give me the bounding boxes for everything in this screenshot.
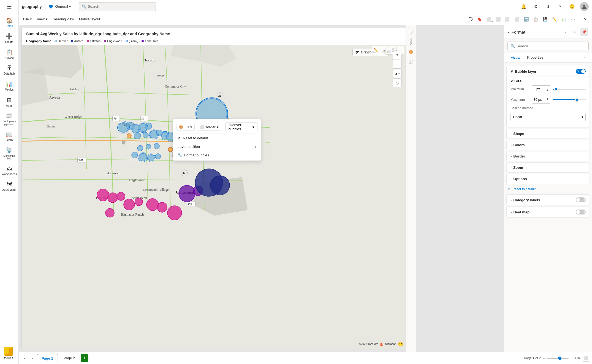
notifications-button[interactable]: 🔔: [519, 2, 528, 11]
reading-view-button[interactable]: Reading view: [50, 15, 76, 24]
border-header[interactable]: › Border: [507, 151, 590, 161]
smiley-icon[interactable]: 🙂: [398, 341, 403, 347]
copy-button[interactable]: 📋: [531, 15, 540, 24]
sidebar-item-apps[interactable]: ⊞ Apps: [1, 94, 18, 109]
focus-button[interactable]: ⬜: [512, 15, 521, 24]
format-icon[interactable]: 🎨: [407, 48, 416, 56]
format-tab-more[interactable]: ⋯: [583, 53, 589, 62]
zoom-out-button[interactable]: −: [543, 356, 545, 360]
share-expand-button[interactable]: ⬜▾: [503, 15, 512, 24]
shape-header[interactable]: › Shape: [507, 129, 590, 138]
page-2-tab[interactable]: Page 2: [59, 354, 80, 363]
analytics-icon[interactable]: 📈: [407, 58, 416, 66]
max-value-input[interactable]: 30 px ⋮: [532, 96, 551, 104]
map-chart-toggle[interactable]: 📊: [385, 48, 392, 55]
close-button[interactable]: ✕: [581, 15, 590, 24]
north-button[interactable]: ▲N: [393, 69, 402, 78]
fill-tool-button[interactable]: 🎨 Fill ▾: [176, 124, 195, 131]
min-value-input[interactable]: 5 px ⋮: [532, 85, 551, 93]
map-area[interactable]: Thornton Welby Commerce City Berkley Arv…: [22, 45, 406, 349]
tab-visual[interactable]: Visual: [507, 53, 524, 62]
user-avatar[interactable]: [580, 2, 589, 11]
bookmark-button[interactable]: 🔖: [475, 15, 484, 24]
save-button[interactable]: 💾: [541, 15, 549, 24]
help-button[interactable]: ?: [556, 2, 564, 11]
bubble-layer-content: ∨ Size Minimum 5 px ⋮: [507, 77, 590, 127]
reset-to-default-item[interactable]: ↺ Reset to default: [173, 134, 261, 142]
bubble-layer-toggle[interactable]: On: [576, 69, 586, 74]
comment-button[interactable]: 💬: [466, 15, 474, 24]
reset-to-default-link[interactable]: ↺ Reset to default: [504, 185, 592, 193]
mobile-layout-button[interactable]: Mobile layout: [77, 15, 102, 24]
page-1-tab[interactable]: Page 1: [37, 354, 58, 363]
chart-edit-icon[interactable]: ✏️: [372, 46, 380, 54]
sidebar-item-deployment[interactable]: 📰 Deployment pipelines: [1, 110, 18, 128]
global-search-box[interactable]: 🔍: [79, 2, 156, 11]
format-pin-icon[interactable]: 📌: [580, 28, 588, 36]
prev-page-button[interactable]: ‹: [21, 355, 28, 362]
sidebar-item-home[interactable]: 🏠 Home: [1, 15, 18, 30]
format-search-box[interactable]: 🔍: [507, 42, 589, 50]
sidebar-item-azuremaps[interactable]: 🗺 AzureMaps: [1, 179, 18, 194]
zoom-in-button[interactable]: +: [570, 356, 572, 360]
category-labels-header[interactable]: › Category labels Off: [507, 195, 590, 205]
heat-map-toggle[interactable]: Off: [576, 210, 586, 214]
lonetree-dot: [142, 40, 144, 42]
colors-header[interactable]: › Colors: [507, 140, 590, 150]
sidebar-item-datahub[interactable]: 🗄 Data hub: [1, 63, 18, 77]
zoom-header[interactable]: › Zoom: [507, 163, 590, 172]
pencil-button[interactable]: ✏️: [550, 15, 559, 24]
border-tool-button[interactable]: ⬜ Border ▾: [197, 124, 221, 131]
collapse-button[interactable]: ‹: [508, 30, 509, 34]
sidebar-item-monitoring[interactable]: 📡 Monitoring hub: [1, 145, 18, 162]
max-slider-thumb[interactable]: [575, 98, 579, 101]
download-button[interactable]: ⬇: [544, 2, 552, 11]
zoom-slider[interactable]: [547, 358, 569, 359]
zoom-out-button[interactable]: −: [393, 60, 402, 69]
fullscreen-button[interactable]: ⬜: [494, 15, 503, 24]
category-labels-toggle[interactable]: Off: [576, 197, 586, 202]
heat-map-header[interactable]: › Heat map Off: [507, 207, 590, 217]
avatar-icon: [582, 4, 587, 9]
file-menu[interactable]: File ▾: [21, 15, 34, 24]
compass-button[interactable]: ◇: [393, 78, 402, 87]
max-slider[interactable]: [553, 99, 586, 100]
filters-label[interactable]: Filters: [410, 37, 412, 47]
reset-icon: ↺: [508, 187, 511, 191]
aurora-dot: [71, 40, 73, 42]
refresh-button[interactable]: 🔄: [522, 15, 531, 24]
view-menu[interactable]: View ▾: [35, 15, 50, 24]
close-format-icon[interactable]: ✕: [571, 28, 578, 36]
feedback-button[interactable]: 🙂: [568, 2, 577, 11]
format-bubbles-item[interactable]: 🔧 Format bubbles: [173, 151, 261, 159]
sidebar-item-metrics[interactable]: 📊 Metrics: [1, 78, 18, 93]
tab-properties[interactable]: Properties: [524, 53, 547, 62]
settings-button[interactable]: ⚙: [531, 2, 540, 11]
size-header[interactable]: ∨ Size: [510, 79, 586, 83]
format-search-input[interactable]: [517, 44, 586, 48]
sidebar-item-learn[interactable]: 📖 Learn: [1, 129, 18, 144]
spotlight-button[interactable]: ⬜▾: [484, 15, 493, 24]
next-page-button[interactable]: ›: [29, 355, 36, 362]
scaling-select[interactable]: Linear ▾: [510, 113, 586, 121]
bubbles-dropdown[interactable]: "Denver" bubbles ▾: [226, 123, 257, 131]
min-slider[interactable]: [553, 89, 586, 90]
fit-to-page-button[interactable]: ⬜: [583, 355, 589, 362]
sidebar-item-create[interactable]: ➕ Create: [1, 31, 18, 46]
sidebar-item-workspaces[interactable]: 🗂 Workspaces: [1, 163, 18, 178]
layer-position-item[interactable]: Layer position ›: [173, 142, 261, 151]
sidebar-item-browse[interactable]: 📋 Browse: [1, 47, 18, 62]
hamburger-icon[interactable]: ☰: [4, 2, 15, 14]
min-slider-thumb[interactable]: [554, 88, 558, 91]
chart-more-icon[interactable]: ⋯: [397, 46, 404, 54]
options-header[interactable]: › Options: [507, 174, 590, 184]
add-page-button[interactable]: +: [81, 354, 88, 362]
fields-icon[interactable]: ⊞: [407, 28, 416, 36]
zoom-thumb[interactable]: [558, 357, 561, 360]
bubble-layer-header[interactable]: ∨ Bubble layer On: [507, 66, 590, 77]
search-input[interactable]: [88, 4, 153, 9]
general-workspace[interactable]: General ▾: [55, 4, 71, 9]
add-visual-button[interactable]: 📊: [559, 15, 568, 24]
more-options-button[interactable]: ⋯: [569, 15, 577, 24]
expand-icon[interactable]: ∨: [562, 28, 569, 36]
